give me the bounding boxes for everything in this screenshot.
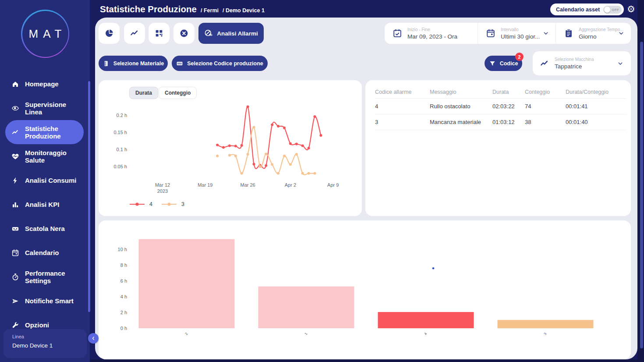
page-bottom-edge <box>90 359 644 362</box>
trend-line-icon <box>130 28 139 38</box>
svg-text:0.15 h: 0.15 h <box>113 130 127 135</box>
svg-text:3: 3 <box>543 332 548 336</box>
kpi-bars-icon <box>11 201 19 209</box>
grid-view-button[interactable] <box>149 23 170 44</box>
breadcrumb-item[interactable]: / Fermi <box>201 7 219 14</box>
page-title: Statistiche Produzione <box>100 4 197 14</box>
legend-marker <box>129 202 145 207</box>
calendario-asset-label: Calendario asset <box>556 7 600 13</box>
interval-selector[interactable]: Intervallo Ultimi 30 gior... <box>478 23 556 44</box>
sidebar-item-label: Analisi Consumi <box>25 177 85 184</box>
svg-text:2023: 2023 <box>157 188 168 194</box>
legend-item-series-3[interactable]: 3 <box>161 201 184 207</box>
sidebar-item-label: Homepage <box>25 80 85 88</box>
blackbox-icon <box>11 225 19 233</box>
column-header-durata: Durata <box>492 89 525 95</box>
durata-line-chart: 0.05 h0.1 h0.15 h0.2 hMar 122023Mar 19Ma… <box>99 80 362 216</box>
svg-text:Apr 9: Apr 9 <box>327 182 339 188</box>
table-cell: 01:03:12 <box>492 119 525 125</box>
clipboard-icon <box>564 28 573 38</box>
aggregation-selector[interactable]: Aggregazione Tempo... Giorno <box>556 23 631 44</box>
table-cell: Mancanza materiale <box>430 119 492 125</box>
sidebar-item-calendario[interactable]: Calendario <box>0 241 90 265</box>
svg-text:1: 1 <box>304 332 308 336</box>
sidebar-item-label: Analisi KPI <box>25 201 85 208</box>
calendar-icon <box>11 249 19 257</box>
send-icon <box>11 297 19 305</box>
table-cell: 38 <box>525 119 566 125</box>
table-cell: Rullo ostacolato <box>430 103 492 110</box>
x-circle-icon <box>179 28 189 38</box>
device-selector[interactable]: Linea Demo Device 1 <box>4 329 87 358</box>
sidebar-item-label: Calendario <box>25 249 85 256</box>
settings-gear-icon[interactable]: ⚙ <box>627 4 635 14</box>
legend-label: 3 <box>181 201 184 207</box>
svg-text:4: 4 <box>424 332 428 336</box>
sidebar-item-label: Performance Settings <box>25 270 85 284</box>
sidebar-item-supervisione-linea[interactable]: Supervisione Linea <box>0 96 90 120</box>
date-range-selector[interactable]: Inizio - Fine Mar 09, 2023 - Ora <box>385 23 478 44</box>
analisi-allarmi-button[interactable]: Analisi Allarmi <box>198 23 264 44</box>
svg-text:4 h: 4 h <box>120 294 127 299</box>
breadcrumb: / Fermi/ Demo Device 1 <box>197 6 265 14</box>
breadcrumb-item[interactable]: / Demo Device 1 <box>223 7 265 14</box>
sidebar-item-performance-settings[interactable]: Performance Settings <box>0 265 90 289</box>
sidebar: MAT HomepageSupervisione LineaStatistich… <box>0 0 90 362</box>
trend-line-icon <box>540 59 549 68</box>
sidebar-item-analisi-kpi[interactable]: Analisi KPI <box>0 192 90 216</box>
durata-bar-chart: 0 h2 h4 h6 h8 h10 h2143 <box>99 220 631 359</box>
column-header-durata-conteggio: Durata/Conteggio <box>566 89 626 95</box>
svg-text:Mar 19: Mar 19 <box>198 182 212 188</box>
calendario-asset-toggle[interactable]: Calendario asset OFF <box>550 4 624 15</box>
alarm-table-header: Codice allarmeMessaggioDurataConteggioDu… <box>375 85 626 99</box>
selezione-macchina-selector[interactable]: Selezione Macchina Tappatrice <box>533 51 631 75</box>
table-row-alarm-3[interactable]: 3Mancanza materiale01:03:123800:01:40 <box>375 114 626 130</box>
svg-text:2 h: 2 h <box>120 310 127 315</box>
pie-chart-view-button[interactable] <box>99 23 120 44</box>
sidebar-item-scatola-nera[interactable]: Scatola Nera <box>0 216 90 241</box>
sidebar-item-analisi-consumi[interactable]: Analisi Consumi <box>0 168 90 192</box>
barcode-icon <box>176 60 183 67</box>
sidebar-item-notifiche-smart[interactable]: Notifiche Smart <box>0 289 90 313</box>
sidebar-item-statistiche-produzione[interactable]: Statistiche Produzione <box>5 120 84 144</box>
sidebar-item-monitoraggio-salute[interactable]: Monitoraggio Salute <box>0 144 90 168</box>
sidebar-nav: HomepageSupervisione LineaStatistiche Pr… <box>0 72 90 337</box>
chevron-down-icon <box>618 30 625 37</box>
sidebar-item-label: Supervisione Linea <box>25 101 85 116</box>
svg-text:Mar 12: Mar 12 <box>155 182 170 188</box>
selezione-materiale-button[interactable]: Selezione Materiale <box>99 56 168 71</box>
alarm-analysis-icon <box>204 29 213 38</box>
alarm-duration-line-chart-card: Durata Conteggio 0.05 h0.1 h0.15 h0.2 hM… <box>99 80 362 216</box>
column-header-messaggio: Messaggio <box>430 89 492 95</box>
sidebar-item-label: Opzioni <box>25 321 85 329</box>
table-cell: 74 <box>525 103 566 110</box>
sidebar-item-homepage[interactable]: Homepage <box>0 72 90 96</box>
svg-text:Mar 26: Mar 26 <box>240 182 255 188</box>
trend-line-view-button[interactable] <box>124 23 145 44</box>
pie-chart-icon <box>104 28 114 38</box>
x-circle-view-button[interactable] <box>173 23 195 44</box>
selezione-codice-produzione-button[interactable]: Selezione Codice produzione <box>172 56 268 71</box>
svg-text:6 h: 6 h <box>120 278 127 284</box>
svg-text:0.1 h: 0.1 h <box>117 147 127 152</box>
sidebar-collapse-button[interactable] <box>88 333 99 344</box>
content-panel: Analisi Allarmi Inizio - Fine Mar 09, 20… <box>95 18 637 359</box>
alarm-table-card: Codice allarmeMessaggioDurataConteggioDu… <box>365 80 631 216</box>
trend-line-icon <box>11 128 19 136</box>
column-header-codice-allarme: Codice allarme <box>375 89 430 95</box>
app-logo-text: MAT <box>24 27 67 41</box>
sidebar-scrollbar[interactable] <box>88 81 90 312</box>
alarm-total-duration-bar-chart-card: 0 h2 h4 h6 h8 h10 h2143 <box>99 220 631 359</box>
asset-calendar-switch[interactable]: OFF <box>603 6 622 14</box>
device-selector-value: Demo Device 1 <box>12 342 87 349</box>
stopwatch-icon <box>11 273 19 281</box>
svg-text:8 h: 8 h <box>120 263 127 268</box>
table-row-alarm-4[interactable]: 4Rullo ostacolato02:03:227400:01:41 <box>375 99 626 114</box>
wrench-icon <box>11 321 19 329</box>
table-cell: 02:03:22 <box>492 103 525 110</box>
codice-filter-badge: 2 <box>515 53 524 61</box>
table-cell: 00:01:40 <box>566 119 626 125</box>
production-statistics-dashboard: { "app": { "logo": "MAT" }, "header": { … <box>0 0 644 362</box>
page-scrollbar[interactable] <box>640 42 643 348</box>
legend-item-series-4[interactable]: 4 <box>129 201 152 207</box>
